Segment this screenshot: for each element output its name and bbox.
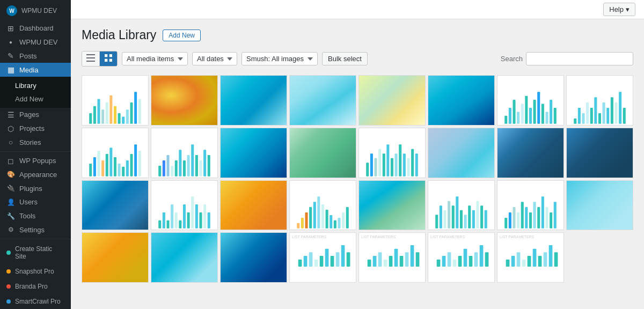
svg-rect-156 — [416, 253, 420, 267]
media-item[interactable] — [82, 232, 149, 283]
svg-rect-154 — [405, 253, 409, 267]
sidebar-item-label: Tools — [19, 212, 35, 220]
date-filter[interactable]: All dates — [192, 52, 237, 65]
sidebar-item-stories[interactable]: ○ Stories — [0, 136, 71, 150]
sidebar-item-wp-popups[interactable]: ◻ WP Popups — [0, 154, 71, 168]
media-item[interactable] — [428, 75, 495, 126]
add-new-button[interactable]: Add New — [163, 30, 201, 41]
sidebar-item-label: Appearance — [19, 171, 57, 179]
color-thumbnail — [82, 233, 148, 282]
svg-rect-149 — [378, 253, 382, 267]
media-item[interactable] — [220, 75, 287, 126]
sidebar-item-appearance[interactable]: 🎨 Appearance — [0, 168, 71, 182]
media-item[interactable] — [82, 128, 149, 178]
media-item[interactable] — [289, 75, 356, 126]
media-item[interactable] — [428, 128, 495, 178]
media-item[interactable] — [82, 75, 149, 126]
media-item[interactable] — [82, 180, 149, 231]
sidebar-item-label: Pages — [19, 111, 39, 119]
bulk-select-button[interactable]: Bulk select — [322, 52, 368, 65]
media-item[interactable]: LIST PARAMETERS — [497, 232, 564, 283]
svg-rect-58 — [138, 151, 141, 176]
search-input[interactable] — [526, 52, 633, 65]
color-thumbnail — [359, 76, 425, 125]
svg-rect-166 — [485, 253, 489, 267]
media-item[interactable] — [358, 180, 426, 231]
sidebar-item-create-static-site[interactable]: Create Static Site — [0, 241, 71, 264]
media-item[interactable] — [289, 180, 356, 231]
svg-rect-19 — [138, 99, 141, 123]
svg-rect-59 — [158, 165, 161, 176]
media-item[interactable] — [566, 128, 633, 178]
media-item[interactable]: LIST PARAMETERS — [428, 232, 495, 283]
sidebar-item-snapshot-pro[interactable]: Snapshot Pro — [0, 264, 71, 279]
svg-rect-51 — [109, 148, 112, 176]
sidebar-item-users[interactable]: 👤 Users — [0, 195, 71, 209]
chart-text-thumbnail: LIST PARAMETERS — [290, 233, 356, 282]
sidebar-item-settings[interactable]: ⚙ Settings — [0, 223, 71, 237]
svg-rect-160 — [453, 260, 457, 267]
svg-rect-109 — [342, 212, 345, 229]
sidebar-item-wpmu[interactable]: ● WPMU DEV — [0, 35, 71, 49]
color-thumbnail — [221, 181, 287, 230]
svg-rect-4 — [109, 54, 112, 57]
sidebar-item-pages[interactable]: ☰ Pages — [0, 108, 71, 122]
media-item[interactable] — [151, 232, 218, 283]
svg-rect-158 — [442, 256, 446, 267]
svg-rect-100 — [305, 212, 308, 229]
media-item[interactable] — [289, 128, 356, 178]
media-item[interactable] — [220, 128, 287, 178]
help-button[interactable]: Help ▾ — [603, 3, 635, 16]
media-item[interactable] — [151, 128, 218, 178]
svg-rect-126 — [513, 207, 515, 229]
svg-rect-114 — [448, 201, 450, 229]
media-item[interactable] — [497, 128, 564, 178]
sidebar-item-smartcrawl-pro[interactable]: SmartCrawl Pro — [0, 294, 71, 309]
sidebar-item-media[interactable]: ▦ Media — [0, 63, 71, 77]
sidebar-item-branda-pro[interactable]: Branda Pro — [0, 279, 71, 294]
grid-view-button[interactable] — [99, 52, 117, 66]
media-item[interactable] — [497, 75, 564, 126]
sidebar-item-plugins[interactable]: 🔌 Plugins — [0, 181, 71, 195]
svg-rect-162 — [464, 249, 467, 267]
media-item[interactable] — [566, 75, 633, 126]
svg-rect-60 — [163, 160, 165, 176]
sidebar-sub-library[interactable]: Library — [0, 79, 71, 92]
media-item[interactable]: LIST PARAMETERS — [289, 232, 356, 283]
svg-rect-105 — [326, 210, 328, 229]
media-item[interactable] — [358, 128, 426, 178]
help-label: Help — [609, 5, 624, 13]
sidebar-item-posts[interactable]: ✎ Posts — [0, 49, 71, 63]
svg-rect-52 — [114, 157, 116, 176]
svg-rect-81 — [403, 153, 406, 176]
media-item[interactable] — [220, 232, 287, 283]
media-item[interactable] — [151, 75, 218, 126]
list-view-button[interactable] — [82, 52, 99, 66]
media-item[interactable] — [220, 180, 287, 231]
svg-rect-121 — [476, 201, 479, 229]
sidebar-logo[interactable]: W WPMU DEV — [0, 0, 71, 21]
media-item[interactable] — [151, 180, 218, 231]
svg-rect-68 — [195, 155, 198, 176]
sidebar-item-projects[interactable]: ⬡ Projects — [0, 122, 71, 136]
media-item[interactable] — [428, 180, 495, 231]
smush-filter[interactable]: Smush: All images — [241, 52, 318, 65]
sidebar-item-tools[interactable]: 🔧 Tools — [0, 209, 71, 223]
svg-rect-61 — [166, 155, 169, 176]
sidebar-sub-add-new[interactable]: Add New — [0, 92, 71, 106]
svg-rect-98 — [297, 223, 299, 229]
svg-rect-95 — [199, 212, 202, 229]
media-item[interactable] — [497, 180, 564, 231]
sidebar-item-dashboard[interactable]: ⊞ Dashboard — [0, 21, 71, 35]
svg-rect-159 — [448, 253, 451, 267]
svg-rect-112 — [440, 205, 442, 229]
svg-rect-122 — [480, 205, 483, 229]
sidebar-item-label: Media — [19, 66, 38, 74]
media-item[interactable] — [566, 180, 633, 231]
svg-rect-102 — [313, 202, 316, 229]
plugin-label: Create Static Site — [15, 245, 64, 260]
media-type-filter[interactable]: All media items Images Audio Video Docum… — [122, 52, 188, 65]
media-grid: LIST PARAMETERSLIST PARAMETERSLIST PARAM… — [82, 75, 633, 283]
media-item[interactable]: LIST PARAMETERS — [358, 232, 426, 283]
media-item[interactable] — [358, 75, 426, 126]
